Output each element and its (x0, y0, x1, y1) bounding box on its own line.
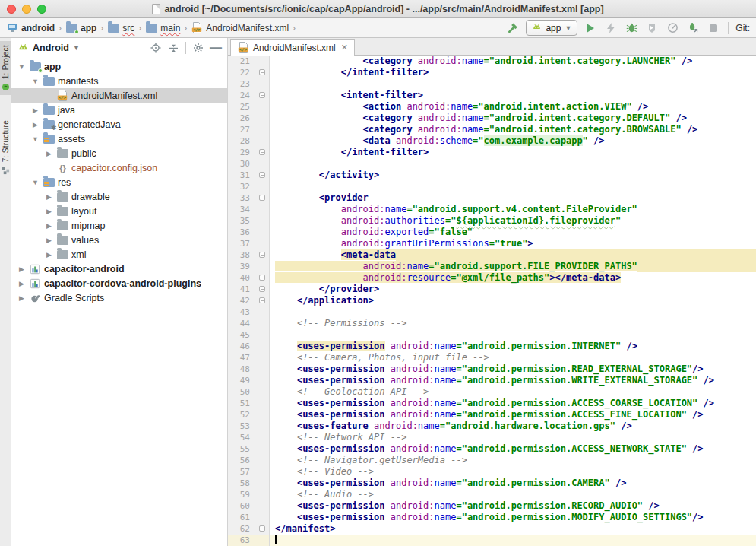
code-line-60[interactable]: 60 <uses-permission android:name="androi… (228, 500, 756, 512)
tree-item-drawable[interactable]: ▶drawable (11, 189, 227, 204)
code-line-30[interactable]: 30 (228, 158, 756, 170)
code-line-48[interactable]: 48 <uses-permission android:name="androi… (228, 363, 756, 375)
code-line-49[interactable]: 49 <uses-permission android:name="androi… (228, 375, 756, 386)
code-line-27[interactable]: 27 <category android:name="android.inten… (228, 124, 756, 135)
tree-item-androidmanifest-xml[interactable]: </>AndroidManifest.xml (11, 88, 227, 103)
fold-marker-icon[interactable] (259, 172, 265, 178)
code-line-52[interactable]: 52 <uses-permission android:name="androi… (228, 409, 756, 421)
tree-item-java[interactable]: ▶java (11, 103, 227, 117)
fold-marker-icon[interactable] (259, 297, 265, 303)
code-line-36[interactable]: 36 android:exported="false" (228, 227, 756, 238)
code-line-42[interactable]: 42 </application> (228, 295, 756, 306)
collapse-all-icon[interactable] (166, 41, 180, 55)
code-line-54[interactable]: 54 <!-- Network API --> (228, 432, 756, 443)
code-line-21[interactable]: 21 <category android:name="android.inten… (228, 56, 756, 67)
code-line-63[interactable]: 63 (228, 535, 756, 546)
code-line-31[interactable]: 31 </activity> (228, 170, 756, 181)
tree-expand-arrow-icon[interactable]: ▼ (31, 179, 40, 186)
code-line-43[interactable]: 43 (228, 306, 756, 318)
code-line-38[interactable]: 38 <meta-data (228, 249, 756, 261)
tree-item-generatedjava[interactable]: ▶✱generatedJava (11, 117, 227, 132)
code-line-44[interactable]: 44 <!-- Permissions --> (228, 318, 756, 329)
tree-expand-arrow-icon[interactable]: ▶ (17, 280, 26, 287)
fold-marker-icon[interactable] (259, 92, 265, 98)
code-editor[interactable]: 21 <category android:name="android.inten… (228, 56, 756, 546)
hide-panel-icon[interactable]: — (209, 41, 223, 55)
tree-item-gradle-scripts[interactable]: ▶Gradle Scripts (11, 290, 227, 305)
fold-marker-icon[interactable] (259, 195, 265, 201)
tree-expand-arrow-icon[interactable]: ▶ (45, 222, 53, 230)
fold-marker-icon[interactable] (259, 286, 265, 292)
tree-item-capacitor-cordova-android-plugins[interactable]: ▶capacitor-cordova-android-plugins (11, 276, 227, 290)
run-button[interactable] (583, 21, 598, 36)
profiler-icon[interactable] (665, 21, 680, 36)
tree-expand-arrow-icon[interactable]: ▼ (31, 78, 40, 85)
fold-marker-icon[interactable] (259, 252, 265, 258)
code-line-37[interactable]: 37 android:grantUriPermissions="true"> (228, 238, 756, 249)
breadcrumb-item-androidmanifest-xml[interactable]: </>AndroidManifest.xml (189, 21, 290, 35)
editor-tab-androidmanifest[interactable]: </> AndroidManifest.xml ✕ (230, 39, 355, 56)
code-line-35[interactable]: 35 android:authorities="${applicationId}… (228, 215, 756, 227)
tree-expand-arrow-icon[interactable]: ▶ (17, 265, 26, 273)
tree-item-xml[interactable]: ▶xml (11, 247, 227, 262)
code-line-61[interactable]: 61 <uses-permission android:name="androi… (228, 512, 756, 523)
tool-window-button-project[interactable]: 1: Project (0, 41, 11, 95)
tree-expand-arrow-icon[interactable]: ▼ (17, 63, 26, 71)
tree-item-values[interactable]: ▶values (11, 233, 227, 247)
fold-marker-icon[interactable] (259, 69, 265, 75)
tree-expand-arrow-icon[interactable]: ▶ (31, 106, 40, 114)
tree-item-public[interactable]: ▶public (11, 146, 227, 160)
code-line-22[interactable]: 22 </intent-filter> (228, 67, 756, 78)
settings-gear-icon[interactable] (191, 41, 205, 55)
tree-item-capacitor-android[interactable]: ▶capacitor-android (11, 262, 227, 276)
code-line-58[interactable]: 58 <uses-permission android:name="androi… (228, 478, 756, 489)
tree-item-mipmap[interactable]: ▶mipmap (11, 218, 227, 233)
tree-item-assets[interactable]: ▼assets (11, 132, 227, 146)
breadcrumb-item-app[interactable]: app (64, 21, 98, 35)
close-window-button[interactable] (7, 5, 16, 14)
code-line-32[interactable]: 32 (228, 181, 756, 192)
code-line-53[interactable]: 53 <uses-feature android:name="android.h… (228, 421, 756, 432)
tree-expand-arrow-icon[interactable]: ▶ (17, 294, 26, 302)
code-line-23[interactable]: 23 (228, 78, 756, 90)
code-line-59[interactable]: 59 <!-- Audio --> (228, 489, 756, 500)
code-line-34[interactable]: 34 android:name="android.support.v4.cont… (228, 204, 756, 215)
code-line-45[interactable]: 45 (228, 329, 756, 341)
code-line-28[interactable]: 28 <data android:scheme="com.example.cap… (228, 135, 756, 147)
code-line-47[interactable]: 47 <!-- Camera, Photos, input file --> (228, 352, 756, 363)
run-with-coverage-icon[interactable] (644, 21, 660, 36)
tree-expand-arrow-icon[interactable]: ▶ (45, 193, 53, 201)
code-line-62[interactable]: 62</manifest> (228, 523, 756, 535)
minimize-window-button[interactable] (22, 5, 31, 14)
code-line-46[interactable]: 46 <uses-permission android:name="androi… (228, 341, 756, 352)
zoom-window-button[interactable] (37, 5, 46, 14)
fold-marker-icon[interactable] (259, 149, 265, 155)
tree-expand-arrow-icon[interactable]: ▶ (45, 150, 53, 157)
close-tab-icon[interactable]: ✕ (341, 43, 348, 52)
code-line-50[interactable]: 50 <!-- Geolocation API --> (228, 386, 756, 398)
breadcrumb-item-main[interactable]: main (144, 21, 182, 35)
locate-icon[interactable] (149, 41, 163, 55)
tool-window-button-structure[interactable]: 7: Structure (0, 116, 11, 178)
breadcrumb-item-src[interactable]: src (106, 21, 136, 35)
tree-expand-arrow-icon[interactable]: ▶ (31, 121, 40, 129)
code-line-33[interactable]: 33 <provider (228, 192, 756, 204)
debug-button[interactable] (624, 21, 639, 36)
chevron-down-icon[interactable]: ▼ (73, 44, 80, 52)
project-view-selector[interactable]: Android (33, 43, 69, 53)
code-line-25[interactable]: 25 <action android:name="android.intent.… (228, 101, 756, 113)
code-line-39[interactable]: 39 android:name="android.support.FILE_PR… (228, 261, 756, 272)
code-line-55[interactable]: 55 <uses-permission android:name="androi… (228, 443, 756, 455)
apply-changes-icon[interactable] (603, 21, 618, 36)
code-line-56[interactable]: 56 <!-- Navigator.getUserMedia --> (228, 455, 756, 466)
tree-expand-arrow-icon[interactable]: ▶ (45, 251, 53, 259)
tree-item-app[interactable]: ▼app (11, 59, 227, 74)
fold-marker-icon[interactable] (259, 525, 265, 532)
git-label[interactable]: Git: (735, 23, 751, 33)
tree-item-manifests[interactable]: ▼manifests (11, 74, 227, 88)
tree-item-res[interactable]: ▼res (11, 175, 227, 189)
code-line-26[interactable]: 26 <category android:name="android.inten… (228, 113, 756, 124)
code-line-41[interactable]: 41 </provider> (228, 284, 756, 295)
stop-button[interactable] (706, 21, 721, 36)
breadcrumb-item-android[interactable]: android (5, 21, 56, 35)
